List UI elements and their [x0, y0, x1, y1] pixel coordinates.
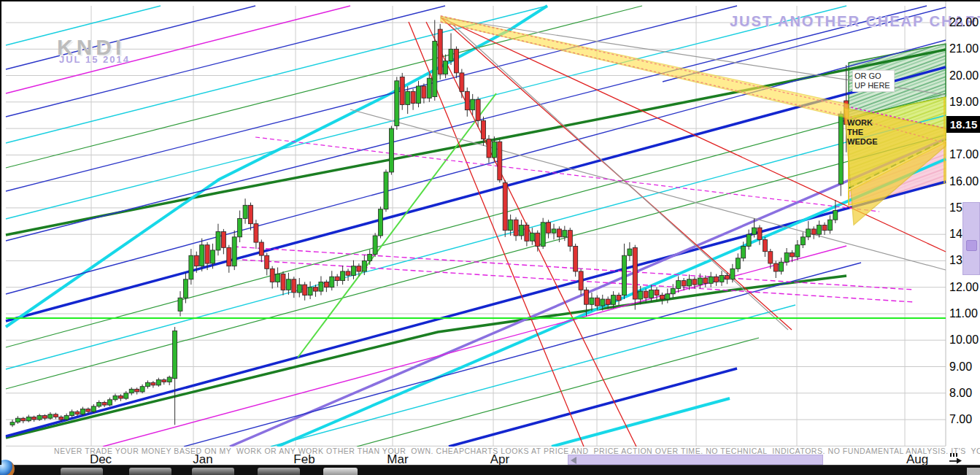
scrollbar-grip-icon[interactable]: [966, 240, 977, 251]
candle: [70, 412, 74, 415]
yellow-band: [441, 16, 849, 118]
candle: [476, 99, 480, 120]
candle: [178, 298, 182, 311]
candle: [541, 223, 545, 247]
price-tick-label: 8.00: [949, 387, 972, 400]
taskbar-button[interactable]: [258, 468, 300, 475]
candle: [135, 389, 139, 392]
candle: [773, 263, 778, 271]
price-tick-label: 22.00: [949, 16, 979, 29]
candle: [574, 247, 578, 272]
candle: [703, 278, 708, 283]
taskbar-button[interactable]: [323, 468, 358, 475]
candle: [368, 254, 372, 260]
taskbar-button[interactable]: [61, 468, 103, 475]
page-title: JUST ANOTHER CHEAP CHART: [730, 13, 905, 30]
start-orb-icon[interactable]: [0, 460, 15, 475]
candle: [411, 91, 415, 103]
candle: [595, 298, 599, 306]
candle: [97, 403, 101, 406]
candle: [91, 406, 96, 412]
candle: [665, 294, 670, 299]
candle: [638, 291, 643, 299]
green-thick-lower: [6, 276, 846, 438]
candle: [649, 290, 654, 298]
annotation-up-line1: OR GO: [854, 72, 881, 80]
candle: [752, 228, 757, 234]
candle: [146, 382, 150, 386]
candle: [525, 225, 529, 242]
candle: [617, 296, 621, 301]
price-tick-label: 12.00: [949, 281, 979, 294]
candle: [811, 229, 816, 234]
candle: [568, 231, 572, 247]
candle: [557, 229, 561, 237]
candle: [444, 61, 448, 74]
candle: [725, 275, 729, 279]
candle: [254, 224, 258, 242]
candle: [763, 239, 767, 251]
candle: [482, 120, 486, 139]
candle: [584, 290, 589, 304]
scroll-left-icon[interactable]: [571, 457, 576, 464]
price-tick-label: 7.00: [949, 413, 972, 426]
candle: [644, 291, 648, 298]
taskbar-button[interactable]: [129, 468, 171, 475]
candle: [579, 271, 583, 290]
candle: [221, 232, 225, 248]
candle: [833, 211, 838, 220]
scroll-to-end-icon[interactable]: [948, 452, 962, 464]
candle: [611, 296, 616, 305]
candle: [400, 77, 404, 104]
candle: [714, 277, 719, 282]
candle: [671, 289, 675, 294]
candle: [227, 247, 231, 266]
candle: [530, 233, 534, 241]
annotation-up-here: OR GO UP HERE: [852, 70, 895, 92]
green-thin-b: [357, 338, 759, 447]
candle: [151, 382, 155, 385]
vertical-scrollbar-thumb[interactable]: [962, 202, 980, 275]
candle: [427, 78, 431, 98]
horizontal-scrollbar-thumb[interactable]: [568, 455, 823, 465]
candle: [200, 245, 204, 266]
candle: [454, 49, 458, 73]
candle: [768, 252, 773, 263]
window-border-left: [0, 0, 1, 465]
candle: [552, 229, 556, 233]
candle: [15, 418, 20, 422]
candle: [784, 253, 789, 263]
candle: [357, 266, 361, 271]
candle: [352, 266, 356, 276]
candle: [113, 395, 117, 399]
candle: [303, 285, 307, 296]
candle: [709, 277, 713, 283]
candle: [379, 209, 383, 236]
candle: [536, 233, 540, 246]
window-resize-corner[interactable]: [967, 468, 980, 475]
candle: [32, 417, 36, 420]
green-thin-c: [6, 6, 642, 168]
price-tick-label: 20.00: [949, 69, 979, 82]
taskbar[interactable]: [0, 465, 980, 475]
candle: [53, 414, 58, 417]
candle: [487, 139, 491, 158]
candle: [746, 234, 751, 246]
candle: [292, 279, 296, 293]
candle: [308, 287, 312, 296]
candle: [601, 299, 605, 306]
candle: [509, 220, 513, 231]
taskbar-button[interactable]: [192, 468, 234, 475]
candle: [563, 231, 567, 237]
candle: [276, 274, 280, 282]
candle: [736, 258, 740, 269]
candle: [417, 86, 421, 104]
candle: [86, 409, 90, 412]
candle: [156, 380, 161, 385]
candle: [259, 242, 263, 255]
candle: [173, 331, 177, 379]
candle: [692, 279, 697, 285]
candle: [59, 417, 63, 420]
candle: [124, 393, 128, 398]
candle: [389, 128, 393, 172]
